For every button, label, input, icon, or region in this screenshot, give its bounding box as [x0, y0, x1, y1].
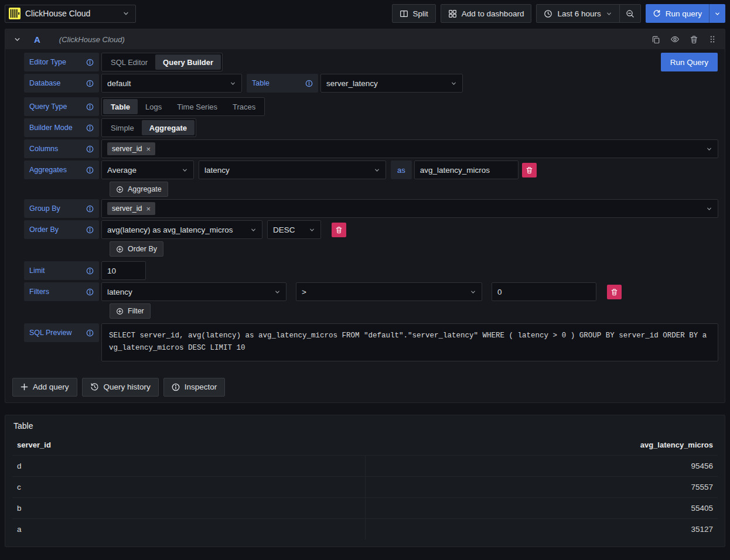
order-by-label: Order By: [24, 220, 99, 239]
history-icon: [90, 383, 99, 391]
chevron-down-icon: [470, 289, 476, 295]
sql-preview-row: SQL Preview SELECT server_id, avg(latenc…: [24, 323, 718, 361]
remove-aggregate-button[interactable]: [522, 163, 537, 177]
editor-type-query-builder[interactable]: Query Builder: [155, 54, 221, 70]
columns-tag-server-id: server_id ×: [107, 142, 155, 155]
inspector-button[interactable]: Inspector: [163, 378, 226, 397]
group-by-tag-server-id: server_id ×: [107, 202, 155, 215]
filter-operator-select[interactable]: >: [296, 282, 482, 301]
add-query-button[interactable]: Add query: [12, 378, 77, 397]
builder-mode-row: Builder Mode Simple Aggregate: [24, 118, 718, 137]
panel-title: Table: [12, 420, 718, 431]
sql-preview-text: SELECT server_id, avg(latency) as avg_la…: [101, 323, 718, 361]
filter-column-select[interactable]: latency: [101, 282, 286, 301]
order-by-field-select[interactable]: avg(latency) as avg_latency_micros: [101, 220, 262, 239]
datasource-picker[interactable]: ClickHouse Cloud: [5, 5, 136, 23]
chevron-down-icon: [230, 80, 236, 87]
cell-server-id: a: [12, 519, 366, 539]
remove-order-by-button[interactable]: [332, 223, 346, 237]
aggregates-row: Aggregates Average latency as: [24, 161, 718, 179]
time-zoom-out-button[interactable]: [619, 5, 640, 22]
builder-mode-group: Simple Aggregate: [101, 118, 196, 137]
add-order-by-row: Order By: [110, 241, 718, 257]
chevron-down-icon: [706, 206, 712, 212]
table-row: a 35127: [12, 518, 718, 539]
group-by-multiselect[interactable]: server_id ×: [101, 199, 718, 218]
info-icon: [86, 226, 94, 234]
add-to-dashboard-label: Add to dashboard: [462, 9, 524, 18]
time-range-button[interactable]: Last 6 hours: [537, 5, 619, 22]
database-label: Database: [24, 74, 99, 93]
editor-type-row: Editor Type SQL Editor Query Builder Run…: [24, 53, 718, 71]
aggregate-function-select[interactable]: Average: [101, 161, 194, 179]
run-query-button[interactable]: Run query: [646, 4, 709, 23]
table-panel: Table server_id avg_latency_micros d 954…: [5, 415, 725, 547]
builder-mode-aggregate[interactable]: Aggregate: [142, 120, 195, 135]
database-select[interactable]: default: [101, 74, 242, 93]
table-row: b 55405: [12, 497, 718, 518]
remove-query-trash-icon[interactable]: [690, 35, 698, 44]
query-type-table[interactable]: Table: [103, 99, 138, 114]
builder-mode-simple[interactable]: Simple: [103, 120, 142, 135]
query-type-traces[interactable]: Traces: [225, 99, 263, 114]
table-body: d 95456 c 75557 b 55405 a 35127: [12, 455, 718, 539]
remove-filter-button[interactable]: [607, 285, 622, 299]
hide-response-eye-icon[interactable]: [670, 35, 680, 44]
editor-type-sql-editor[interactable]: SQL Editor: [103, 54, 155, 70]
column-header-avg-latency-micros[interactable]: avg_latency_micros: [365, 441, 718, 449]
table-header-row: server_id avg_latency_micros: [12, 435, 718, 455]
add-filter-button[interactable]: Filter: [110, 303, 151, 319]
chevron-down-icon: [706, 146, 712, 152]
time-range-label: Last 6 hours: [557, 9, 601, 18]
editor-type-group: SQL Editor Query Builder: [101, 53, 223, 71]
chevron-down-icon: [374, 167, 380, 173]
drag-handle-icon[interactable]: [708, 35, 717, 43]
time-picker-group: Last 6 hours: [536, 4, 640, 23]
info-icon: [86, 267, 94, 275]
columns-row: Columns server_id ×: [24, 139, 718, 158]
query-footer: Add query Query history Inspector: [9, 378, 718, 397]
remove-tag-icon[interactable]: ×: [146, 145, 151, 153]
add-aggregate-button[interactable]: Aggregate: [110, 182, 168, 197]
limit-input[interactable]: [101, 261, 146, 280]
table-row: d 95456: [12, 455, 718, 476]
aggregate-column-select[interactable]: latency: [199, 161, 386, 179]
table-row: c 75557: [12, 476, 718, 497]
column-header-server-id[interactable]: server_id: [12, 441, 365, 449]
filters-row: Filters latency >: [24, 282, 718, 301]
limit-label: Limit: [24, 261, 99, 280]
query-type-logs[interactable]: Logs: [138, 99, 169, 114]
sql-preview-label: SQL Preview: [24, 323, 99, 342]
filters-label: Filters: [24, 282, 99, 301]
query-history-button[interactable]: Query history: [82, 378, 159, 397]
apps-grid-icon: [448, 9, 457, 18]
duplicate-query-icon[interactable]: [651, 35, 660, 44]
editor-type-label: Editor Type: [24, 53, 99, 71]
add-to-dashboard-button[interactable]: Add to dashboard: [441, 4, 532, 23]
chevron-down-icon: [606, 11, 612, 17]
info-icon: [86, 124, 94, 132]
explore-toolbar: ClickHouse Cloud Split Add to dashboard …: [0, 0, 730, 26]
remove-tag-icon[interactable]: ×: [146, 205, 151, 213]
filter-value-input[interactable]: [492, 282, 596, 301]
run-query-caret-button[interactable]: [709, 4, 725, 23]
query-type-time-series[interactable]: Time Series: [169, 99, 225, 114]
magnifier-minus-icon: [626, 9, 635, 18]
builder-mode-label: Builder Mode: [24, 118, 99, 137]
group-by-label: Group By: [24, 199, 99, 218]
info-icon: [86, 103, 94, 111]
table-select[interactable]: server_latency: [320, 74, 463, 93]
cell-avg-latency: 35127: [366, 519, 718, 539]
split-button[interactable]: Split: [392, 4, 436, 23]
run-query-panel-button[interactable]: Run Query: [661, 53, 718, 71]
info-icon: [86, 205, 94, 213]
columns-multiselect[interactable]: server_id ×: [101, 139, 718, 158]
order-by-direction-select[interactable]: DESC: [267, 220, 321, 239]
cell-server-id: b: [12, 498, 366, 518]
query-type-group: Table Logs Time Series Traces: [101, 97, 265, 116]
collapse-chevron-icon[interactable]: [13, 36, 21, 43]
chevron-down-icon: [250, 227, 257, 233]
info-icon: [305, 80, 313, 87]
aggregate-alias-input[interactable]: [414, 161, 518, 179]
add-order-by-button[interactable]: Order By: [110, 241, 163, 257]
